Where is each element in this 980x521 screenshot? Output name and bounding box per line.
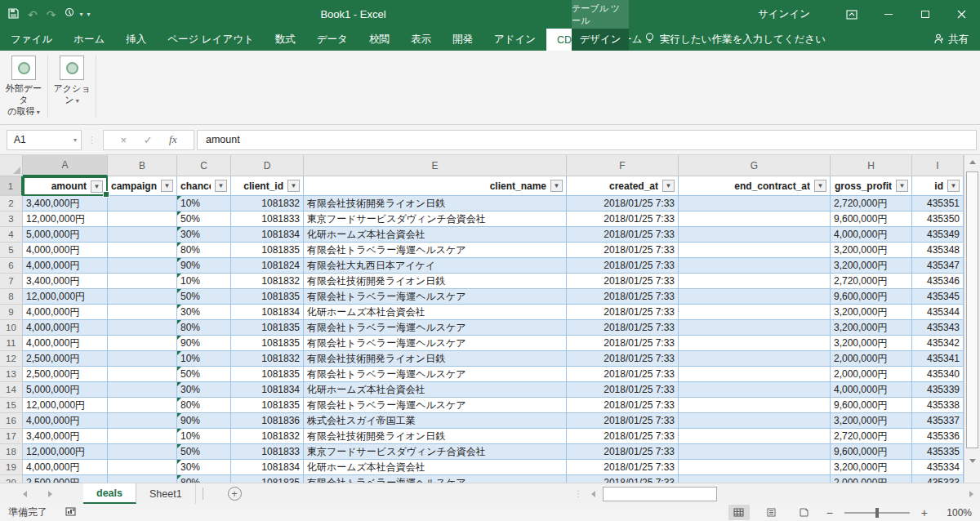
cell-F8[interactable]: 2018/01/25 7:33 bbox=[567, 289, 679, 305]
cell-B14[interactable] bbox=[108, 382, 177, 398]
cell-B6[interactable] bbox=[108, 258, 177, 274]
cell-F14[interactable]: 2018/01/25 7:33 bbox=[567, 382, 679, 398]
cell-D1[interactable]: client_id▼ bbox=[231, 176, 304, 196]
column-header-H[interactable]: H bbox=[831, 155, 912, 176]
cell-F19[interactable]: 2018/01/25 7:33 bbox=[567, 460, 679, 475]
horizontal-scrollbar[interactable] bbox=[586, 486, 978, 501]
close-button[interactable] bbox=[943, 0, 980, 29]
cell-B19[interactable] bbox=[108, 460, 177, 475]
scroll-up-button[interactable] bbox=[964, 155, 980, 169]
ribbon-tab-data[interactable]: データ bbox=[306, 29, 359, 51]
cell-I14[interactable]: 435339 bbox=[912, 382, 964, 398]
cell-D7[interactable]: 1081832 bbox=[231, 274, 304, 289]
cell-C5[interactable]: 80% bbox=[177, 243, 231, 258]
insert-function-icon[interactable]: fx bbox=[169, 133, 176, 146]
ribbon-display-options-icon[interactable] bbox=[833, 0, 870, 29]
cell-C14[interactable]: 30% bbox=[177, 382, 231, 398]
cell-A14[interactable]: 5,000,000円 bbox=[23, 382, 108, 398]
row-header-2[interactable]: 2 bbox=[0, 196, 23, 212]
cell-E13[interactable]: 有限会社トラベラー海運ヘルスケア bbox=[304, 367, 567, 382]
cell-E6[interactable]: 有限会社大丸西日本アイケイ bbox=[304, 258, 567, 274]
cell-G8[interactable] bbox=[679, 289, 831, 305]
cell-I13[interactable]: 435340 bbox=[912, 367, 964, 382]
filter-button-amount[interactable]: ▼ bbox=[91, 180, 103, 193]
cell-D16[interactable]: 1081836 bbox=[231, 413, 304, 429]
cell-G4[interactable] bbox=[679, 227, 831, 243]
cell-C11[interactable]: 90% bbox=[177, 336, 231, 351]
cell-H18[interactable]: 9,600,000円 bbox=[831, 444, 912, 460]
scroll-left-button[interactable] bbox=[586, 487, 599, 501]
cell-I8[interactable]: 435345 bbox=[912, 289, 964, 305]
zoom-slider[interactable] bbox=[844, 512, 910, 514]
cell-C20[interactable]: 80% bbox=[177, 475, 231, 483]
cell-G6[interactable] bbox=[679, 258, 831, 274]
cell-D5[interactable]: 1081835 bbox=[231, 243, 304, 258]
cell-E9[interactable]: 化研ホームズ本社合資会社 bbox=[304, 305, 567, 320]
cell-E12[interactable]: 有限会社技術開発ライオン日鉄 bbox=[304, 351, 567, 367]
cell-B7[interactable] bbox=[108, 274, 177, 289]
column-header-F[interactable]: F bbox=[567, 155, 679, 176]
cell-F4[interactable]: 2018/01/25 7:33 bbox=[567, 227, 679, 243]
cell-I17[interactable]: 435336 bbox=[912, 429, 964, 444]
cell-E18[interactable]: 東京フードサービスダヴィンチ合資会社 bbox=[304, 444, 567, 460]
cell-B3[interactable] bbox=[108, 212, 177, 227]
cell-H12[interactable]: 2,000,000円 bbox=[831, 351, 912, 367]
cell-B5[interactable] bbox=[108, 243, 177, 258]
cell-D15[interactable]: 1081835 bbox=[231, 398, 304, 413]
sign-in-button[interactable]: サインイン bbox=[758, 7, 810, 21]
cell-C3[interactable]: 50% bbox=[177, 212, 231, 227]
confirm-entry-icon[interactable]: ✓ bbox=[144, 134, 153, 146]
cell-C15[interactable]: 80% bbox=[177, 398, 231, 413]
cell-F12[interactable]: 2018/01/25 7:33 bbox=[567, 351, 679, 367]
ribbon-tab-home[interactable]: ホーム bbox=[63, 29, 115, 51]
tell-me-box[interactable]: 実行したい作業を入力してください bbox=[645, 29, 826, 51]
filter-button-gross_profit[interactable]: ▼ bbox=[896, 180, 908, 192]
row-header-7[interactable]: 7 bbox=[0, 274, 23, 289]
column-header-D[interactable]: D bbox=[231, 155, 304, 176]
column-header-E[interactable]: E bbox=[304, 155, 567, 176]
save-icon[interactable] bbox=[8, 8, 19, 21]
ribbon-tab-developer[interactable]: 開発 bbox=[442, 29, 483, 51]
cell-A12[interactable]: 2,500,000円 bbox=[23, 351, 108, 367]
ribbon-tab-add-ins[interactable]: アドイン bbox=[483, 29, 546, 51]
cell-I16[interactable]: 435337 bbox=[912, 413, 964, 429]
cell-H8[interactable]: 9,600,000円 bbox=[831, 289, 912, 305]
row-header-20[interactable]: 20 bbox=[0, 475, 23, 483]
cell-G12[interactable] bbox=[679, 351, 831, 367]
cell-H7[interactable]: 2,720,000円 bbox=[831, 274, 912, 289]
undo-icon[interactable]: ↶ bbox=[28, 8, 38, 21]
ribbon-tab-insert[interactable]: 挿入 bbox=[115, 29, 157, 51]
ribbon-tab-page-layout[interactable]: ページ レイアウト bbox=[157, 29, 265, 51]
column-header-A[interactable]: A bbox=[23, 155, 108, 176]
cell-H2[interactable]: 2,720,000円 bbox=[831, 196, 912, 212]
cell-A3[interactable]: 12,000,000円 bbox=[23, 212, 108, 227]
cell-I7[interactable]: 435346 bbox=[912, 274, 964, 289]
cell-B1[interactable]: campaign▼ bbox=[108, 176, 177, 196]
cell-D3[interactable]: 1081833 bbox=[231, 212, 304, 227]
cell-E19[interactable]: 化研ホームズ本社合資会社 bbox=[304, 460, 567, 475]
zoom-slider-thumb[interactable] bbox=[875, 508, 879, 518]
cell-E4[interactable]: 化研ホームズ本社合資会社 bbox=[304, 227, 567, 243]
cell-F9[interactable]: 2018/01/25 7:33 bbox=[567, 305, 679, 320]
next-sheet-icon[interactable] bbox=[48, 491, 52, 497]
cell-B16[interactable] bbox=[108, 413, 177, 429]
cell-H9[interactable]: 3,200,000円 bbox=[831, 305, 912, 320]
add-sheet-button[interactable]: + bbox=[228, 487, 242, 501]
cell-A18[interactable]: 12,000,000円 bbox=[23, 444, 108, 460]
cell-A8[interactable]: 12,000,000円 bbox=[23, 289, 108, 305]
cell-G19[interactable] bbox=[679, 460, 831, 475]
cell-H17[interactable]: 2,720,000円 bbox=[831, 429, 912, 444]
row-header-11[interactable]: 11 bbox=[0, 336, 23, 351]
cell-B12[interactable] bbox=[108, 351, 177, 367]
redo-icon[interactable]: ↷ bbox=[47, 8, 56, 21]
cell-I5[interactable]: 435348 bbox=[912, 243, 964, 258]
cell-F18[interactable]: 2018/01/25 7:33 bbox=[567, 444, 679, 460]
cell-E11[interactable]: 有限会社トラベラー海運ヘルスケア bbox=[304, 336, 567, 351]
row-header-5[interactable]: 5 bbox=[0, 243, 23, 258]
column-header-B[interactable]: B bbox=[108, 155, 177, 176]
cell-C13[interactable]: 50% bbox=[177, 367, 231, 382]
row-header-1[interactable]: 1 bbox=[0, 176, 23, 196]
cell-I2[interactable]: 435351 bbox=[912, 196, 964, 212]
row-header-18[interactable]: 18 bbox=[0, 444, 23, 460]
cancel-entry-icon[interactable]: × bbox=[121, 134, 127, 146]
